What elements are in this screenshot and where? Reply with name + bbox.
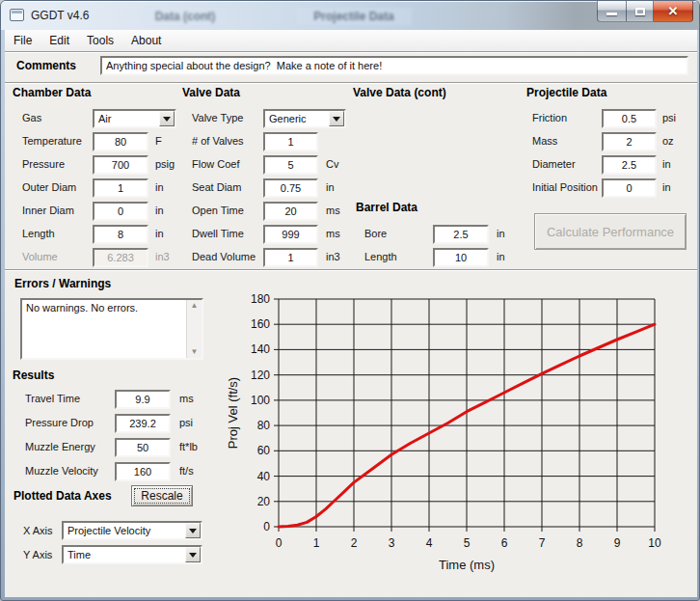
menu-file[interactable]: File bbox=[5, 30, 40, 50]
friction-label: Friction bbox=[532, 112, 567, 123]
svg-text:9: 9 bbox=[614, 536, 621, 550]
barrel-data-header: Barrel Data bbox=[356, 201, 417, 214]
x-axis-select[interactable]: Projectile Velocity bbox=[62, 521, 202, 540]
svg-text:3: 3 bbox=[389, 536, 395, 550]
comments-input[interactable] bbox=[100, 56, 688, 75]
menu-tools[interactable]: Tools bbox=[78, 30, 122, 50]
y-axis-select[interactable]: Time bbox=[62, 545, 202, 564]
friction-input[interactable] bbox=[602, 109, 657, 128]
scrollbar[interactable]: ▲ ▼ bbox=[186, 300, 202, 358]
maximize-icon bbox=[635, 8, 645, 15]
volume-input[interactable] bbox=[93, 248, 148, 267]
travel-time-label: Travel Time bbox=[25, 393, 80, 404]
flow-coef-input[interactable] bbox=[263, 155, 318, 175]
outer-diam-input[interactable] bbox=[93, 178, 148, 198]
length-unit: in bbox=[155, 228, 164, 239]
gas-value: Air bbox=[98, 113, 111, 124]
scroll-up-icon[interactable]: ▲ bbox=[191, 302, 199, 310]
svg-text:160: 160 bbox=[251, 317, 270, 331]
svg-text:60: 60 bbox=[257, 444, 271, 457]
dead-volume-unit: in3 bbox=[326, 251, 340, 262]
mass-unit: oz bbox=[662, 135, 674, 147]
app-window: GGDT v4.6 Data (cont) Projectile Data ✕ … bbox=[0, 0, 700, 601]
valve-type-value: Generic bbox=[269, 113, 307, 124]
dead-volume-input[interactable] bbox=[263, 248, 318, 267]
dead-volume-label: Dead Volume bbox=[192, 251, 256, 262]
open-time-input[interactable] bbox=[263, 202, 318, 221]
pressure-drop-label: Pressure Drop bbox=[25, 417, 94, 428]
muzzle-velocity-input[interactable] bbox=[115, 462, 171, 481]
plotted-data-axes-header: Plotted Data Axes bbox=[13, 489, 112, 503]
divider bbox=[5, 269, 697, 271]
length-input[interactable] bbox=[433, 248, 489, 267]
y-axis-title: Proj Vel (ft/s) bbox=[226, 377, 240, 449]
svg-text:1: 1 bbox=[313, 536, 320, 550]
gas-combo[interactable]: Air bbox=[93, 109, 176, 128]
length-label: Length bbox=[364, 251, 397, 262]
chevron-down-icon[interactable] bbox=[329, 111, 344, 126]
temperature-input[interactable] bbox=[93, 132, 148, 151]
pressure-drop-input[interactable] bbox=[115, 414, 171, 433]
svg-text:6: 6 bbox=[501, 536, 508, 550]
seat-diam-input[interactable] bbox=[263, 178, 318, 198]
valve-type-label: Valve Type bbox=[192, 112, 243, 123]
comments-label: Comments bbox=[16, 59, 76, 72]
length-input[interactable] bbox=[93, 225, 148, 244]
menu-edit[interactable]: Edit bbox=[40, 30, 78, 50]
of-valves-input[interactable] bbox=[263, 132, 318, 151]
close-button[interactable]: ✕ bbox=[654, 1, 693, 22]
calculate-performance-button[interactable]: Calculate Performance bbox=[534, 213, 687, 250]
dwell-time-label: Dwell Time bbox=[192, 228, 244, 239]
errors-warnings-header: Errors / Warnings bbox=[14, 277, 111, 290]
ghost-window-text: Projectile Data bbox=[296, 8, 412, 25]
valve-data-cont-header: Valve Data (cont) bbox=[353, 86, 446, 99]
dwell-time-input[interactable] bbox=[263, 225, 318, 244]
title-bar[interactable]: GGDT v4.6 Data (cont) Projectile Data ✕ bbox=[1, 1, 700, 30]
rescale-button[interactable]: Rescale bbox=[131, 485, 193, 506]
seat-diam-label: Seat Diam bbox=[192, 181, 241, 193]
chevron-down-icon[interactable] bbox=[185, 523, 201, 538]
inner-diam-input[interactable] bbox=[93, 202, 148, 221]
mass-input[interactable] bbox=[602, 132, 657, 151]
valve-type-combo[interactable]: Generic bbox=[263, 109, 346, 128]
bore-label: Bore bbox=[364, 228, 387, 239]
client-area: FileEditToolsAbout Comments Chamber Data… bbox=[5, 30, 697, 597]
svg-text:40: 40 bbox=[257, 470, 271, 483]
flow-coef-label: Flow Coef bbox=[192, 158, 240, 170]
svg-text:4: 4 bbox=[426, 536, 433, 550]
results-header: Results bbox=[13, 369, 54, 382]
gas-label: Gas bbox=[22, 112, 41, 123]
svg-text:180: 180 bbox=[251, 292, 270, 306]
app-icon bbox=[10, 9, 24, 21]
menu-about[interactable]: About bbox=[122, 30, 170, 50]
close-icon: ✕ bbox=[668, 5, 679, 17]
diameter-input[interactable] bbox=[602, 155, 657, 175]
minimize-button[interactable] bbox=[597, 1, 626, 22]
travel-time-input[interactable] bbox=[115, 390, 171, 409]
x-axis-title: Time (ms) bbox=[439, 558, 495, 572]
maximize-button[interactable] bbox=[626, 1, 654, 22]
length-label: Length bbox=[22, 228, 55, 239]
window-controls: ✕ bbox=[597, 1, 693, 22]
errors-warnings-textarea[interactable]: No warnings. No errors. ▲ ▼ bbox=[20, 298, 203, 360]
muzzle-energy-input[interactable] bbox=[115, 438, 171, 457]
mass-label: Mass bbox=[532, 135, 557, 147]
x-axis-label: X Axis bbox=[23, 525, 53, 536]
pressure-input[interactable] bbox=[93, 155, 148, 175]
minimize-icon bbox=[606, 13, 617, 15]
svg-text:120: 120 bbox=[251, 369, 270, 382]
window-title: GGDT v4.6 bbox=[31, 9, 89, 22]
chevron-down-icon[interactable] bbox=[159, 111, 175, 126]
initial-position-input[interactable] bbox=[602, 178, 657, 198]
inner-diam-label: Inner Diam bbox=[22, 205, 74, 216]
pressure-unit: psig bbox=[155, 158, 175, 170]
dwell-time-unit: ms bbox=[326, 228, 340, 239]
scroll-down-icon[interactable]: ▼ bbox=[191, 348, 199, 356]
pressure-label: Pressure bbox=[22, 158, 65, 170]
temperature-unit: F bbox=[155, 135, 162, 147]
chevron-down-icon[interactable] bbox=[185, 547, 201, 562]
projectile-data-header: Projectile Data bbox=[526, 86, 606, 99]
flow-coef-unit: Cv bbox=[326, 158, 338, 170]
bore-input[interactable] bbox=[433, 225, 489, 244]
svg-text:10: 10 bbox=[648, 536, 661, 550]
